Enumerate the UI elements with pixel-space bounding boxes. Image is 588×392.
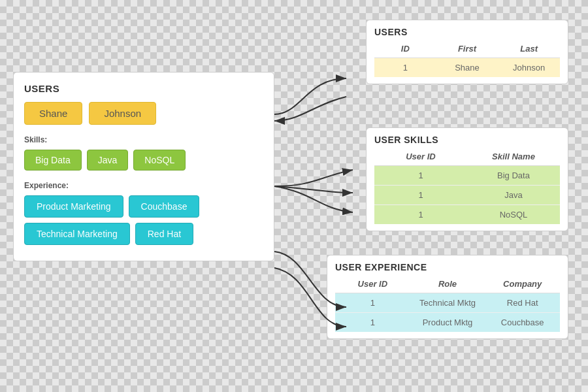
col-exp-userid: User ID bbox=[335, 279, 410, 289]
exp-role-1: Technical Mktg bbox=[410, 293, 485, 312]
skill-name-1: Big Data bbox=[467, 166, 560, 185]
users-left-panel: USERS Shane Johnson Skills: Big Data Jav… bbox=[13, 72, 274, 261]
exp-role-2: Product Mktg bbox=[410, 313, 485, 332]
exp-product-marketing: Product Marketing bbox=[24, 195, 123, 218]
skill-userid-2: 1 bbox=[374, 186, 467, 204]
skill-userid-1: 1 bbox=[374, 166, 467, 185]
experience-row-2: Technical Marketing Red Hat bbox=[24, 223, 263, 245]
exp-company-1: Red Hat bbox=[485, 293, 560, 312]
col-id: ID bbox=[374, 44, 436, 54]
skill-row-1: 1 Big Data bbox=[374, 166, 560, 186]
skill-nosql: NoSQL bbox=[133, 150, 186, 171]
skills-header: User ID Skill Name bbox=[374, 148, 560, 166]
skills-row: Big Data Java NoSQL bbox=[24, 150, 263, 171]
exp-userid-2: 1 bbox=[335, 313, 410, 332]
user-experience-table: User ID Role Company 1 Technical Mktg Re… bbox=[327, 275, 568, 338]
skill-java: Java bbox=[87, 150, 129, 171]
cell-last: Johnson bbox=[498, 58, 560, 77]
exp-row-1: 1 Technical Mktg Red Hat bbox=[335, 293, 560, 313]
last-name-badge: Johnson bbox=[89, 102, 156, 125]
users-left-title: USERS bbox=[24, 83, 263, 94]
skill-name-3: NoSQL bbox=[467, 205, 560, 224]
first-name-badge: Shane bbox=[24, 102, 82, 125]
exp-couchbase: Couchbase bbox=[129, 195, 200, 218]
users-right-title: USERS bbox=[367, 20, 568, 40]
exp-redhat: Red Hat bbox=[135, 223, 193, 245]
exp-row-2: 1 Product Mktg Couchbase bbox=[335, 313, 560, 332]
users-right-row-1: 1 Shane Johnson bbox=[374, 58, 560, 77]
users-right-header: ID First Last bbox=[374, 40, 560, 58]
exp-technical-marketing: Technical Marketing bbox=[24, 223, 130, 245]
cell-first: Shane bbox=[436, 58, 498, 77]
exp-company-2: Couchbase bbox=[485, 313, 560, 332]
user-experience-title: USER EXPERIENCE bbox=[327, 255, 568, 275]
user-skills-table: User ID Skill Name 1 Big Data 1 Java 1 N… bbox=[367, 148, 568, 231]
users-right-table: ID First Last 1 Shane Johnson bbox=[367, 40, 568, 84]
col-last: Last bbox=[498, 44, 560, 54]
users-right-panel: USERS ID First Last 1 Shane Johnson bbox=[366, 20, 568, 84]
skills-label: Skills: bbox=[24, 135, 263, 144]
user-skills-title: USER SKILLS bbox=[367, 128, 568, 148]
experience-label: Experience: bbox=[24, 181, 263, 190]
experience-row-1: Product Marketing Couchbase bbox=[24, 195, 263, 218]
col-first: First bbox=[436, 44, 498, 54]
user-experience-panel: USER EXPERIENCE User ID Role Company 1 T… bbox=[327, 255, 568, 339]
skill-bigdata: Big Data bbox=[24, 150, 82, 171]
skill-row-3: 1 NoSQL bbox=[374, 205, 560, 224]
exp-userid-1: 1 bbox=[335, 293, 410, 312]
skill-userid-3: 1 bbox=[374, 205, 467, 224]
col-company: Company bbox=[485, 279, 560, 289]
user-name-row: Shane Johnson bbox=[24, 102, 263, 125]
skill-row-2: 1 Java bbox=[374, 186, 560, 205]
user-skills-panel: USER SKILLS User ID Skill Name 1 Big Dat… bbox=[366, 127, 568, 231]
col-userid: User ID bbox=[374, 152, 467, 161]
experience-header: User ID Role Company bbox=[335, 275, 560, 293]
cell-id: 1 bbox=[374, 58, 436, 77]
col-role: Role bbox=[410, 279, 485, 289]
skill-name-2: Java bbox=[467, 186, 560, 204]
col-skillname: Skill Name bbox=[467, 152, 560, 161]
